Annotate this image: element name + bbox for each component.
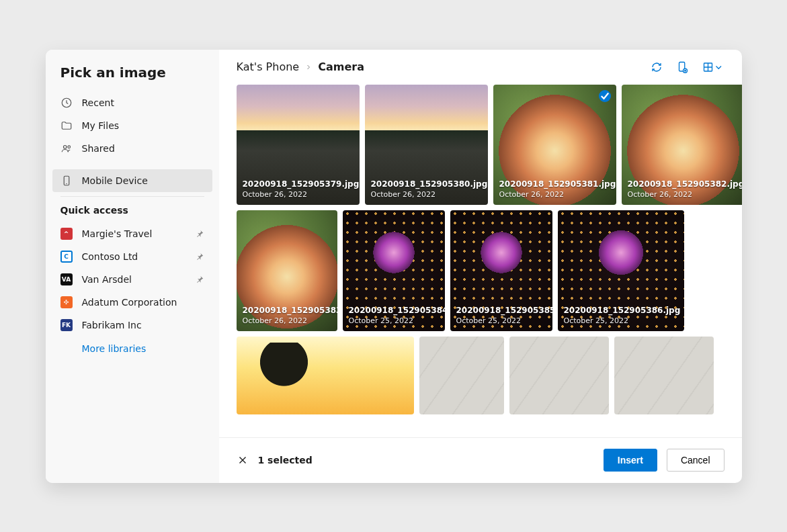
- thumbnail-date: October 26, 2022: [371, 190, 488, 200]
- dialog-title: Pick an image: [52, 64, 212, 91]
- nav-myfiles[interactable]: My Files: [52, 114, 212, 137]
- image-thumbnail[interactable]: 20200918_152905379.jpg October 26, 2022: [237, 85, 360, 205]
- folder-icon: [60, 120, 73, 132]
- thumbnail-caption: 20200918_152905382.jpg October 26, 2022: [628, 179, 742, 200]
- thumbnail-date: October 25, 2022: [349, 316, 445, 326]
- add-device-icon[interactable]: [676, 61, 688, 73]
- quick-access-item[interactable]: ✣ Adatum Corporation: [52, 291, 212, 314]
- image-thumbnail[interactable]: 20200918_152905380.jpg October 26, 2022: [365, 85, 488, 205]
- image-thumbnail[interactable]: [509, 337, 609, 414]
- quick-access-header: Quick access: [52, 201, 212, 222]
- image-thumbnail[interactable]: [614, 337, 714, 414]
- nav-recent[interactable]: Recent: [52, 91, 212, 114]
- clear-selection-icon[interactable]: [237, 454, 249, 466]
- chevron-right-icon: [304, 63, 313, 71]
- thumbnail-filename: 20200918_152905385.jpg: [456, 305, 552, 316]
- divider: [60, 196, 204, 197]
- refresh-icon[interactable]: [651, 61, 663, 73]
- nav-mobile-device[interactable]: Mobile Device: [52, 169, 212, 192]
- thumbnail-date: October 26, 2022: [499, 190, 616, 200]
- image-grid: 20200918_152905379.jpg October 26, 2022 …: [219, 85, 742, 437]
- pin-icon[interactable]: [195, 229, 204, 238]
- image-thumbnail[interactable]: 20200918_152905382.jpg October 26, 2022: [622, 85, 742, 205]
- content-header: Kat's Phone Camera: [219, 50, 742, 85]
- thumbnail-filename: 20200918_152905386.jpg: [564, 305, 681, 316]
- phone-icon: [60, 175, 73, 187]
- quick-access-item[interactable]: C Contoso Ltd: [52, 245, 212, 268]
- thumbnail-date: October 26, 2022: [243, 316, 337, 326]
- thumbnail-filename: 20200918_152905379.jpg: [243, 179, 360, 189]
- image-thumbnail[interactable]: 20200918_152905386.jpg October 25, 2022: [558, 210, 684, 331]
- quick-access-item[interactable]: VA Van Arsdel: [52, 268, 212, 291]
- thumbnail-caption: 20200918_152905381.jpg October 26, 2022: [499, 179, 616, 200]
- people-icon: [60, 142, 73, 154]
- thumbnail-caption: 20200918_152905380.jpg October 26, 2022: [371, 179, 488, 200]
- selection-status: 1 selected: [258, 455, 313, 466]
- quick-access-item[interactable]: ^ Margie's Travel: [52, 222, 212, 245]
- image-thumbnail[interactable]: 20200918_152905385.jpg October 25, 2022: [450, 210, 552, 331]
- view-options-icon[interactable]: [702, 61, 724, 73]
- thumbnail-filename: 20200918_152905384.jpg: [349, 305, 445, 316]
- image-thumbnail[interactable]: 20200918_152905383.jpg October 26, 2022: [237, 210, 337, 331]
- thumbnail-caption: 20200918_152905383.jpg October 26, 2022: [243, 305, 337, 326]
- nav-label: My Files: [82, 120, 120, 131]
- main-panel: Kat's Phone Camera 202: [219, 50, 742, 483]
- library-logo-icon: VA: [60, 273, 73, 285]
- image-thumbnail[interactable]: [419, 337, 504, 414]
- thumbnail-caption: 20200918_152905385.jpg October 25, 2022: [456, 305, 552, 326]
- thumbnail-caption: 20200918_152905379.jpg October 26, 2022: [243, 179, 360, 200]
- thumbnail-caption: 20200918_152905384.jpg October 25, 2022: [349, 305, 445, 326]
- nav-shared[interactable]: Shared: [52, 137, 212, 160]
- cancel-button[interactable]: Cancel: [667, 449, 724, 472]
- library-logo-icon: ✣: [60, 296, 73, 308]
- pin-icon[interactable]: [195, 275, 204, 284]
- quick-access-label: Van Arsdel: [82, 274, 132, 285]
- thumbnail-caption: 20200918_152905386.jpg October 25, 2022: [564, 305, 681, 326]
- clock-icon: [60, 97, 73, 109]
- thumbnail-filename: 20200918_152905380.jpg: [371, 179, 488, 189]
- image-thumbnail[interactable]: [237, 337, 414, 414]
- image-thumbnail[interactable]: 20200918_152905384.jpg October 25, 2022: [343, 210, 445, 331]
- quick-access-label: Contoso Ltd: [82, 251, 138, 262]
- svg-point-1: [63, 145, 67, 148]
- quick-access-item[interactable]: FK Fabrikam Inc: [52, 314, 212, 337]
- breadcrumb-current: Camera: [318, 60, 364, 73]
- header-actions: [651, 61, 724, 73]
- dialog-footer: 1 selected Insert Cancel: [219, 437, 742, 483]
- thumbnail-filename: 20200918_152905381.jpg: [499, 179, 616, 189]
- thumbnail-date: October 26, 2022: [243, 190, 360, 200]
- thumbnail-date: October 25, 2022: [564, 316, 681, 326]
- quick-access-label: Fabrikam Inc: [82, 320, 142, 330]
- library-logo-icon: FK: [60, 319, 73, 331]
- breadcrumb-parent[interactable]: Kat's Phone: [237, 60, 300, 73]
- svg-point-2: [67, 145, 70, 148]
- pin-icon[interactable]: [195, 252, 204, 261]
- thumbnail-filename: 20200918_152905383.jpg: [243, 305, 337, 316]
- quick-access-label: Margie's Travel: [82, 228, 153, 239]
- more-libraries-link[interactable]: More libraries: [52, 337, 212, 354]
- thumbnail-date: October 25, 2022: [456, 316, 552, 326]
- sidebar: Pick an image Recent My Files Shared Mob…: [46, 50, 219, 483]
- insert-button[interactable]: Insert: [604, 449, 657, 472]
- nav-label: Shared: [82, 143, 115, 154]
- library-logo-icon: ^: [60, 228, 73, 240]
- quick-access-label: Adatum Corporation: [82, 297, 177, 308]
- thumbnail-filename: 20200918_152905382.jpg: [628, 179, 742, 189]
- library-logo-icon: C: [60, 251, 73, 263]
- image-thumbnail[interactable]: 20200918_152905381.jpg October 26, 2022: [493, 85, 616, 205]
- breadcrumb: Kat's Phone Camera: [237, 60, 645, 73]
- nav-label: Recent: [82, 97, 114, 108]
- thumbnail-date: October 26, 2022: [628, 190, 742, 200]
- image-picker-dialog: Pick an image Recent My Files Shared Mob…: [46, 50, 742, 483]
- nav-label: Mobile Device: [82, 175, 148, 186]
- selected-check-icon: [599, 90, 611, 102]
